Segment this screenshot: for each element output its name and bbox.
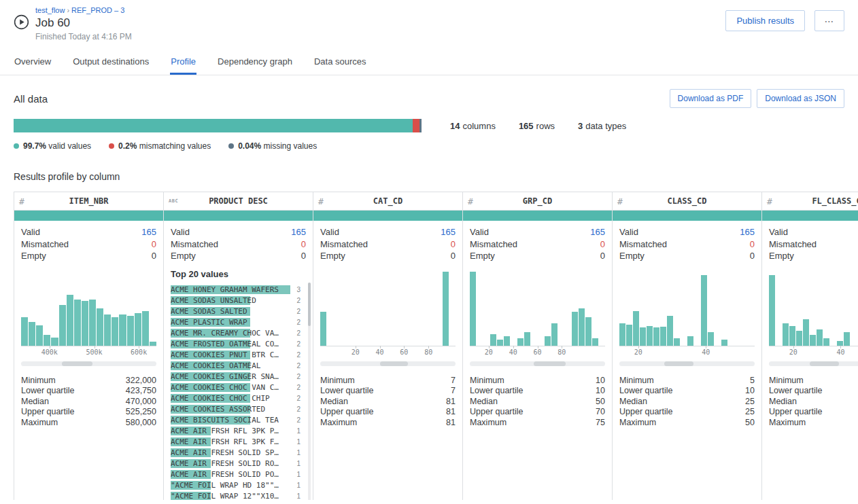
top-value-count: 2: [294, 395, 301, 402]
histogram-bar: [579, 308, 585, 346]
histogram-bar: [51, 338, 58, 346]
stat-row-median: Median25: [619, 397, 755, 408]
breadcrumb-flow-link[interactable]: test_flow: [35, 6, 65, 14]
numeric-type-icon: #: [19, 196, 24, 206]
profile-column-cat-cd: #CAT_CDValid165Mismatched0Empty020406080…: [313, 192, 463, 500]
top-value-row[interactable]: ACME AIR FRSH RFL 3PK F…1: [171, 437, 301, 448]
stat-row-maximum: Maximum580,000: [21, 418, 156, 429]
column-header[interactable]: #FL_CLASS_C: [762, 192, 858, 211]
valid-ratio-bar: [613, 211, 761, 221]
axis-tick-label: 500k: [86, 348, 102, 356]
profile-title: Results profile by column: [14, 171, 858, 182]
top-value-row[interactable]: ACME COOKIES CHOC VAN C…2: [171, 382, 301, 393]
tab-dependency-graph[interactable]: Dependency graph: [217, 50, 293, 75]
top-value-count: 2: [294, 319, 301, 326]
top-value-row[interactable]: "ACME FOIL WRAP HD 18""…1: [171, 480, 301, 491]
top-value-row[interactable]: ACME COOKIES PNUT BTR C…2: [171, 350, 301, 361]
valid-count-row: Valid165: [320, 226, 456, 238]
histogram-bar: [708, 332, 714, 346]
histogram-bar: [89, 300, 96, 346]
values-scrollbar[interactable]: [308, 283, 311, 501]
numeric-type-icon: #: [468, 196, 473, 206]
profile-column-grp-cd: #GRP_CDValid165Mismatched0Empty020406080…: [463, 192, 613, 500]
column-header[interactable]: #ITEM_NBR: [14, 192, 163, 211]
range-brush-thumb[interactable]: [810, 361, 840, 366]
valid-ratio-bar: [463, 211, 612, 221]
range-brush-thumb[interactable]: [664, 361, 694, 366]
tab-data-sources[interactable]: Data sources: [313, 50, 367, 75]
axis-tick-label: 400k: [41, 348, 58, 356]
tab-overview[interactable]: Overview: [14, 50, 52, 75]
histogram-bar: [545, 336, 551, 345]
column-header[interactable]: #GRP_CD: [463, 192, 612, 211]
top-value-row[interactable]: ACME COOKIES ASSORTED2: [171, 404, 301, 415]
stat-row-minimum: Minimum322,000: [21, 376, 156, 386]
quality-bar: [14, 119, 422, 132]
valid-ratio-bar: [164, 211, 313, 221]
top-value-row[interactable]: ACME BISCUITS SOCIAL TEA2: [171, 415, 301, 426]
top-value-row[interactable]: ACME COOKIES GINGER SNA…2: [171, 372, 301, 382]
axis-ticks: 20406080: [320, 346, 456, 357]
top-value-text: ACME AIR FRSH RFL 3PK P…: [171, 427, 290, 435]
axis-tick-label: 600k: [131, 348, 147, 356]
top-value-row[interactable]: ACME AIR FRESH SOLID PO…1: [171, 469, 301, 480]
stat-row-lower-quartile: Lower quartile: [769, 386, 858, 397]
legend-item-valid-values: 99.7% valid values: [14, 141, 91, 151]
range-brush[interactable]: [619, 361, 755, 366]
histogram-bar: [111, 317, 118, 345]
histogram-bar: [592, 338, 598, 346]
top-value-row[interactable]: ACME FROSTED OATMEAL CO…2: [171, 339, 301, 350]
top-value-text: ACME AIR FRSH RFL 3PK F…: [171, 437, 290, 446]
job-finished-status: Finished Today at 4:16 PM: [35, 32, 132, 41]
range-brush[interactable]: [21, 361, 156, 366]
top-value-row[interactable]: ACME PLASTIC WRAP2: [171, 317, 301, 328]
histogram-bar: [810, 335, 816, 345]
tab-output-destinations[interactable]: Output destinations: [72, 50, 150, 75]
column-header[interactable]: ABCPRODUCT DESC: [164, 192, 313, 211]
top-value-row[interactable]: ACME COOKIES OATMEAL2: [171, 361, 301, 372]
stat-row-maximum: Maximum81: [320, 418, 456, 429]
top-value-row[interactable]: ACME COOKIES CHOC CHIP2: [171, 393, 301, 404]
download-json-button[interactable]: Download as JSON: [757, 89, 844, 108]
breadcrumb-node-link[interactable]: REF_PROD – 3: [71, 6, 124, 14]
top-value-row[interactable]: ACME SODAS UNSALTED2: [171, 295, 301, 306]
empty-count-row: Empty0: [470, 250, 605, 262]
publish-results-button[interactable]: Publish results: [725, 10, 805, 31]
download-pdf-button[interactable]: Download as PDF: [670, 89, 752, 108]
empty-count-row: Empty0: [619, 250, 755, 262]
tab-profile[interactable]: Profile: [170, 50, 196, 75]
range-brush[interactable]: [320, 361, 456, 366]
column-stats: Minimum322,000Lower quartile423,750Media…: [21, 376, 156, 429]
range-brush[interactable]: [769, 361, 858, 366]
top-value-row[interactable]: ACME SODAS SALTED2: [171, 306, 301, 317]
top-value-row[interactable]: ACME AIR FRESH SOLID RO…1: [171, 458, 301, 469]
more-options-button[interactable]: ⋯: [814, 10, 844, 31]
column-header[interactable]: #CAT_CD: [313, 192, 462, 211]
top-value-row[interactable]: ACME AIR FRESH SOLID SP…1: [171, 448, 301, 458]
summary-stats: 14columns165rows3data types: [450, 121, 626, 131]
top-value-count: 2: [294, 329, 301, 337]
stat-row-minimum: Minimum7: [320, 376, 456, 386]
range-brush-thumb[interactable]: [380, 361, 409, 366]
histogram-bar: [97, 308, 103, 346]
top-value-text: "ACME FOIL WRAP 12""X10…: [171, 492, 290, 500]
top-value-text: ACME AIR FRESH SOLID SP…: [171, 448, 290, 457]
range-brush[interactable]: [470, 361, 605, 366]
histogram-bar: [687, 336, 693, 345]
values-scrollbar-thumb[interactable]: [308, 283, 311, 326]
range-brush-thumb[interactable]: [534, 361, 566, 366]
mismatched-count-row: Mismatched0: [320, 238, 456, 251]
legend-item-missing-values: 0.04% missing values: [228, 141, 317, 151]
axis-tick-label: 40: [376, 348, 384, 356]
valid-count-row: Valid165: [619, 226, 755, 238]
numeric-type-icon: #: [318, 196, 324, 206]
column-name: FL_CLASS_C: [762, 196, 858, 206]
column-header[interactable]: #CLASS_CD: [613, 192, 761, 211]
top-value-row[interactable]: "ACME FOIL WRAP 12""X10…1: [171, 491, 301, 501]
summary-stat-columns: 14columns: [450, 121, 496, 131]
top-value-row[interactable]: ACME AIR FRSH RFL 3PK P…1: [171, 426, 301, 437]
app-header: test_flow›REF_PROD – 3 Job 60 Finished T…: [0, 0, 858, 41]
top-value-row[interactable]: ACME MR. CREAMY CHOC VA…2: [171, 328, 301, 339]
range-brush-thumb[interactable]: [62, 361, 93, 366]
top-value-row[interactable]: ACME HONEY GRAHAM WAFERS3: [171, 285, 301, 295]
